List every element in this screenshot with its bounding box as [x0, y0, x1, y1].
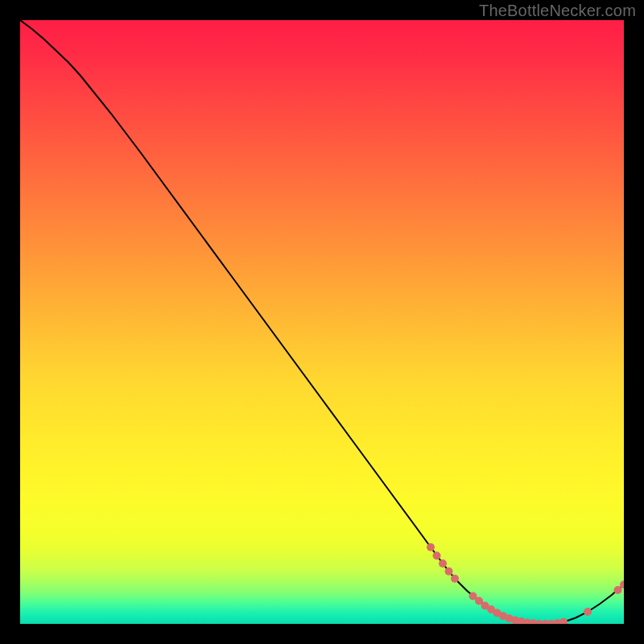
- data-marker: [614, 586, 622, 594]
- data-marker: [427, 543, 435, 551]
- chart-container: TheBottleNecker.com: [0, 0, 644, 644]
- watermark-text: TheBottleNecker.com: [479, 2, 636, 20]
- plot-area: [20, 20, 624, 624]
- data-marker: [433, 551, 441, 559]
- gradient-background: [20, 20, 624, 624]
- data-marker: [584, 608, 592, 616]
- data-marker: [451, 575, 459, 583]
- data-marker: [439, 559, 447, 568]
- bottleneck-chart: [20, 20, 624, 624]
- data-marker: [445, 568, 453, 576]
